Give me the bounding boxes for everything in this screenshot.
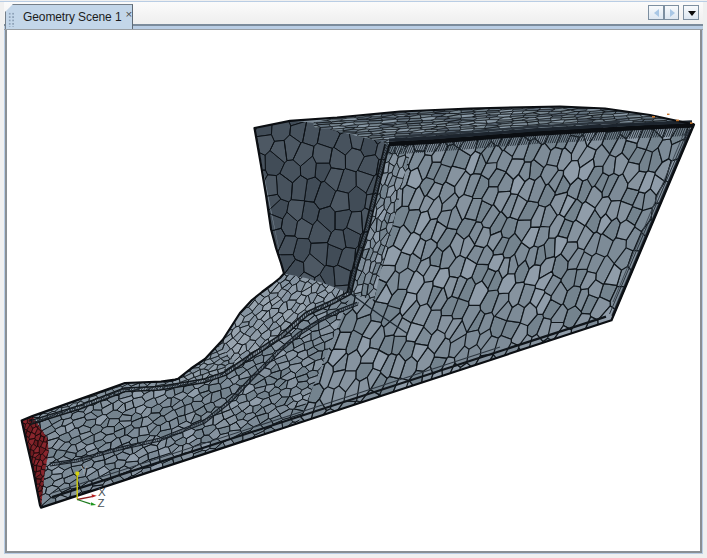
svg-text:Z: Z (98, 497, 105, 509)
svg-text:Y: Y (80, 464, 88, 476)
